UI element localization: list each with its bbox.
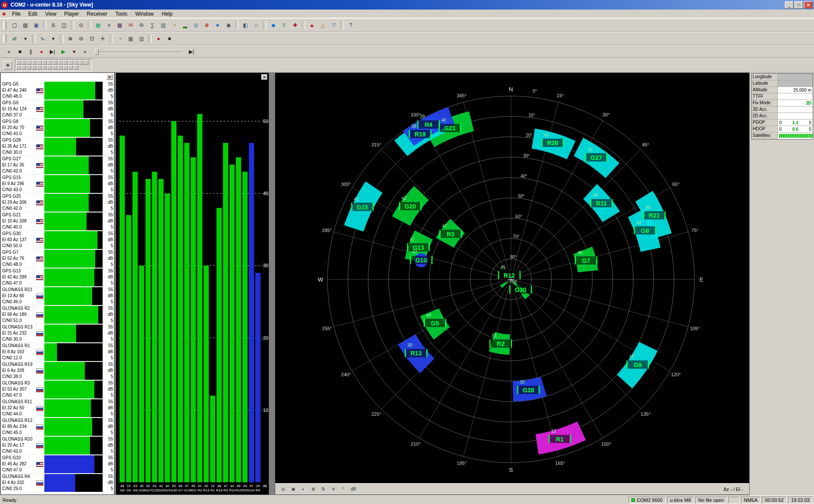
firmware-update-icon[interactable]: ⇧ [279, 20, 290, 30]
menu-view[interactable]: View [41, 10, 60, 17]
print-icon[interactable]: ≣ [48, 20, 59, 30]
dock-cell[interactable] [42, 60, 47, 65]
satellite-row-r13[interactable]: GLONASS R13El 31 Az 232C/N0 30.055dB5 [1, 324, 114, 343]
chart-panel-close-button[interactable]: ✕ [261, 74, 267, 80]
satellite-row-g9[interactable]: GPS G9El 15 Az 124C/N0 37.055dB5 [1, 100, 114, 119]
dock-cell[interactable] [32, 60, 37, 65]
menu-window[interactable]: Window [131, 10, 158, 17]
menu-receiver[interactable]: Receiver [83, 10, 111, 17]
find-icon[interactable]: ⊙ [76, 20, 87, 30]
receiver-connect-icon[interactable]: ⇄ [9, 33, 20, 44]
dock-cell[interactable] [58, 60, 63, 65]
port-dropdown[interactable]: ▾ [20, 33, 31, 44]
dock-cell[interactable] [16, 65, 21, 70]
docking-windows-icon[interactable]: ◧ [240, 20, 251, 30]
dock-cell[interactable] [27, 65, 31, 70]
google-earth-icon[interactable]: ◆ [268, 20, 279, 30]
statistic-view-icon[interactable]: ∑ [147, 20, 158, 30]
menu-tools[interactable]: Tools [111, 10, 131, 17]
satellite-row-r12[interactable]: GLONASS R12El 89 Az 234C/N0 45.055dB5 [1, 418, 114, 436]
map-view-icon[interactable]: ◎ [190, 20, 201, 30]
satellite-row-g21[interactable]: GPS G21El 10 Az 338C/N0 40.055dB5 [1, 212, 114, 231]
packet-console-icon[interactable]: ▦ [93, 20, 103, 30]
dock-cell[interactable] [16, 60, 21, 65]
satellite-row-g28[interactable]: GPS G28El 35 Az 171C/N0 30.055dB5 [1, 137, 114, 156]
histogram-view-icon[interactable]: ▂ [180, 20, 190, 30]
skip-to-start-button[interactable]: « [3, 46, 14, 57]
degrees-toggle-icon[interactable]: ° [339, 485, 348, 494]
dock-strip-button[interactable]: ◈ [3, 61, 12, 70]
polar-grid-icon[interactable]: ◎ [279, 485, 288, 494]
binary-console-icon[interactable]: ▩ [114, 20, 125, 30]
center-map-icon[interactable]: ⊕ [309, 485, 318, 494]
satellite-row-g5[interactable]: GPS G5El 47 Az 240C/N0 48.055dB5 [1, 81, 114, 100]
zoom-out-icon[interactable]: ⊖ [76, 33, 87, 44]
pause-button[interactable]: ∥ [25, 46, 36, 57]
dock-cell[interactable] [79, 60, 83, 65]
pan-icon[interactable]: ✛ [97, 33, 108, 44]
dock-cell[interactable] [47, 65, 52, 70]
grid-toggle-icon[interactable]: ▦ [125, 33, 136, 44]
stop-button[interactable]: ■ [14, 46, 25, 57]
menu-edit[interactable]: Edit [24, 10, 41, 17]
play-button[interactable]: ▶ [58, 46, 69, 57]
satellite-row-r4[interactable]: GLONASS R4El 4 Az 332C/N0 29.055dB5 [1, 474, 114, 492]
player-position-slider[interactable] [95, 48, 182, 56]
satellite-row-g10[interactable]: GPS G10El 45 Az 282C/N0 47.055dB5 [1, 455, 114, 474]
dock-cell[interactable] [68, 65, 73, 70]
player-slider-thumb[interactable] [95, 49, 99, 55]
satellite-row-r2[interactable]: GLONASS R2El 58 Az 189C/N0 51.055dB5 [1, 305, 114, 324]
dock-cell[interactable] [68, 60, 73, 65]
dock-cell[interactable] [37, 60, 42, 65]
hotstart-icon[interactable]: ▲ [307, 20, 317, 30]
satellite-row-g7[interactable]: GPS G7El 52 Az 76C/N0 48.055dB5 [1, 249, 114, 268]
dock-cell[interactable] [73, 65, 78, 70]
text-console-icon[interactable]: ≡ [103, 20, 114, 30]
chart-style-icon[interactable]: ◔ [114, 33, 125, 44]
dock-cell[interactable] [27, 60, 31, 65]
step-forward-button[interactable]: ▶| [47, 46, 58, 57]
camera-view-icon[interactable]: ◉ [223, 20, 234, 30]
dock-cell[interactable] [21, 60, 26, 65]
dock-cell[interactable] [32, 65, 37, 70]
satellite-row-g20[interactable]: GPS G20El 29 Az 306C/N0 42.055dB5 [1, 193, 114, 212]
print-preview-icon[interactable]: ◫ [59, 20, 70, 30]
tools-icon[interactable]: ✚ [290, 20, 300, 30]
close-button[interactable]: ✕ [804, 1, 813, 9]
table-view-icon[interactable]: ▥ [158, 20, 169, 30]
satellite-panel-close-button[interactable]: ✕ [107, 74, 113, 80]
baudrate-dropdown[interactable]: ▾ [48, 33, 59, 44]
zoom-in-icon[interactable]: ⊕ [65, 33, 76, 44]
configuration-view-icon[interactable]: ⚙ [136, 20, 147, 30]
satellite-row-r20[interactable]: GLONASS R20El 20 Az 17C/N0 43.055dB5 [1, 436, 114, 455]
satellite-row-r3[interactable]: GLONASS R3El 53 Az 307C/N0 47.055dB5 [1, 380, 114, 399]
dock-cell[interactable] [63, 65, 68, 70]
dock-cell[interactable] [42, 65, 47, 70]
satellite-row-g13[interactable]: GPS G13El 42 Az 289C/N0 47.055dB5 [1, 268, 114, 287]
chart-view-icon[interactable]: ◔ [169, 20, 180, 30]
stop-log-icon[interactable]: ■ [164, 33, 175, 44]
skip-to-end-button[interactable]: ▶| [186, 46, 197, 57]
satellite-row-r19[interactable]: GLONASS R19El 6 Az 328C/N0 38.055dB5 [1, 361, 114, 380]
about-icon[interactable]: ? [345, 20, 356, 30]
play-speed-dropdown[interactable]: ▾ [69, 46, 80, 57]
dock-cell[interactable] [58, 65, 63, 70]
record-button[interactable]: ● [36, 46, 47, 57]
menu-player[interactable]: Player [60, 10, 83, 17]
sky-view-icon[interactable]: ★ [212, 20, 223, 30]
crosshair-icon[interactable]: ✛ [329, 485, 338, 494]
dock-cell[interactable] [37, 65, 42, 70]
north-up-icon[interactable]: ⇅ [319, 485, 328, 494]
minimize-button[interactable]: _ [785, 1, 794, 9]
dock-cell[interactable] [84, 60, 89, 65]
new-file-icon[interactable]: ▢ [9, 20, 20, 30]
baudrate-icon[interactable]: ∿ [37, 33, 48, 44]
satellite-row-r21[interactable]: GLONASS R21El 13 Az 66C/N0 45.055dB5 [1, 287, 114, 305]
warmstart-icon[interactable]: △ [317, 20, 328, 30]
satellite-row-g15[interactable]: GPS G15El 9 Az 296C/N0 43.055dB5 [1, 175, 114, 193]
dock-cell[interactable] [63, 60, 68, 65]
record-log-icon[interactable]: ● [153, 33, 164, 44]
legend-toggle-icon[interactable]: ▥ [136, 33, 147, 44]
satellite-row-g27[interactable]: GPS G27El 17 Az 35C/N0 42.055dB5 [1, 156, 114, 175]
menu-help[interactable]: Help [158, 10, 177, 17]
